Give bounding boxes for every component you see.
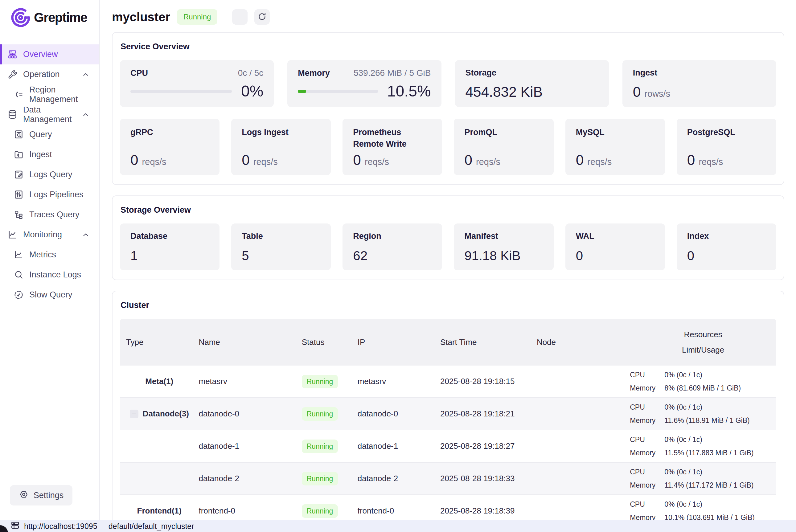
traces-query-icon <box>14 210 24 220</box>
status-badge: Running <box>302 407 338 421</box>
cpu-resource-label: CPU <box>630 500 664 509</box>
settings-label: Settings <box>34 491 64 500</box>
row-resources: CPU0% (0c / 1c) Memory10.1% (103.691 MiB… <box>630 500 776 522</box>
service-stat-cards: CPU 0c / 5c 0% Memory 539.266 MiB / 5 Gi… <box>120 60 776 107</box>
service-overview-panel: Service Overview CPU 0c / 5c 0% Memory <box>112 32 784 185</box>
row-name: datanode-1 <box>198 441 302 451</box>
index-label: Index <box>687 231 766 241</box>
cluster-panel: Cluster Type Name Status IP Start Time N… <box>112 291 784 532</box>
row-ip: datanode-1 <box>358 441 440 451</box>
manifest-value: 91.18 KiB <box>464 249 543 262</box>
row-name: frontend-0 <box>198 506 302 516</box>
service-overview-title: Service Overview <box>120 42 776 52</box>
cpu-resource-label: CPU <box>630 468 664 476</box>
page-title: mycluster <box>112 10 170 24</box>
memory-resource-label: Memory <box>630 384 664 392</box>
storage-overview-title: Storage Overview <box>120 205 776 215</box>
row-start-time: 2025-08-28 19:18:27 <box>440 441 537 451</box>
cpu-resource-label: CPU <box>630 371 664 379</box>
status-badge: Running <box>302 504 338 518</box>
sidebar-item-region-management[interactable]: Region Management <box>0 84 99 104</box>
row-type: Datanode(3) <box>120 409 198 419</box>
current-database[interactable]: default/default_mycluster <box>109 522 194 531</box>
refresh-button[interactable] <box>254 9 270 25</box>
sidebar-item-logs-pipelines[interactable]: Logs Pipelines <box>0 185 99 205</box>
row-start-time: 2025-08-28 19:18:33 <box>440 474 537 483</box>
limit-usage-header-label: Limit/Usage <box>682 345 724 355</box>
memory-resource-label: Memory <box>630 416 664 425</box>
row-resources: CPU0% (0c / 1c) Memory8% (81.609 MiB / 1… <box>630 371 776 392</box>
index-card: Index 0 <box>677 224 776 270</box>
table-row-meta: Meta(1) metasrv Running metasrv 2025-08-… <box>120 365 776 398</box>
blank-action-button[interactable] <box>232 9 248 25</box>
sidebar-item-slow-query[interactable]: Slow Query <box>0 285 99 305</box>
status-badge: Running <box>302 439 338 453</box>
sidebar-item-metrics[interactable]: Metrics <box>0 245 99 265</box>
row-type-label: Datanode(3) <box>143 409 189 419</box>
memory-resource-value: 11.4% (117.172 MiB / 1 GiB) <box>664 481 754 490</box>
cpu-percent: 0% <box>241 83 263 99</box>
sidebar-item-label: Instance Logs <box>29 270 81 280</box>
database-card: Database 1 <box>120 224 220 270</box>
cpu-resource-value: 0% (0c / 1c) <box>664 436 702 444</box>
table-row-datanode-0: Datanode(3) datanode-0 Running datanode-… <box>120 398 776 430</box>
slow-query-icon <box>14 290 24 300</box>
server-endpoint[interactable]: http://localhost:19095 <box>11 520 97 532</box>
collapse-datanode-button[interactable] <box>130 410 138 418</box>
cpu-progress-bar <box>130 90 232 93</box>
sidebar-item-instance-logs[interactable]: Instance Logs <box>0 265 99 285</box>
ingest-icon <box>14 150 24 160</box>
cpu-resource-value: 0% (0c / 1c) <box>664 371 702 379</box>
sidebar-section-monitoring[interactable]: Monitoring <box>0 225 99 245</box>
postgresql-label: PostgreSQL <box>687 127 766 138</box>
sidebar-item-label: Traces Query <box>29 210 79 220</box>
row-ip: metasrv <box>358 377 440 386</box>
sidebar-item-ingest[interactable]: Ingest <box>0 145 99 165</box>
memory-resource-value: 8% (81.609 MiB / 1 GiB) <box>664 384 741 392</box>
chevron-up-icon[interactable] <box>82 71 90 79</box>
overview-icon <box>7 49 18 59</box>
memory-resource-value: 11.5% (117.883 MiB / 1 GiB) <box>664 449 754 457</box>
sidebar-item-traces-query[interactable]: Traces Query <box>0 205 99 225</box>
sidebar-item-overview[interactable]: Overview <box>0 44 99 64</box>
column-header-name: Name <box>198 319 302 365</box>
row-resources: CPU0% (0c / 1c) Memory11.5% (117.883 MiB… <box>630 436 776 457</box>
row-status: Running <box>302 409 358 419</box>
instance-logs-icon <box>14 270 24 280</box>
cpu-resource-label: CPU <box>630 403 664 412</box>
sidebar-item-logs-query[interactable]: Logs Query <box>0 165 99 185</box>
row-type: Meta(1) <box>120 377 198 386</box>
protocol-cards: gRPC 0 reqs/s Logs Ingest 0 reqs/s Prome… <box>120 119 776 175</box>
sidebar-item-label: Ingest <box>29 150 52 159</box>
cpu-resource-value: 0% (0c / 1c) <box>664 403 702 412</box>
mysql-value: 0 <box>576 153 584 167</box>
grpc-value: 0 <box>130 153 138 167</box>
sidebar-section-data-management[interactable]: Data Management <box>0 104 99 125</box>
wrench-icon <box>7 69 18 79</box>
sidebar-section-operation[interactable]: Operation <box>0 64 99 84</box>
mysql-label: MySQL <box>576 127 655 138</box>
sidebar-item-query[interactable]: Query <box>0 125 99 145</box>
sidebar-item-label: Query <box>29 130 52 139</box>
cluster-status-badge: Running <box>177 9 217 25</box>
cluster-table: Type Name Status IP Start Time Node Reso… <box>120 319 776 527</box>
grpc-label: gRPC <box>130 127 209 138</box>
row-status: Running <box>302 506 358 516</box>
status-bar: http://localhost:19095 default/default_m… <box>0 520 796 532</box>
settings-button[interactable]: Settings <box>10 485 73 506</box>
brand-name: Greptime <box>34 10 87 25</box>
sidebar-section-label: Data Management <box>23 105 76 124</box>
logs-query-icon <box>14 170 24 180</box>
table-row-datanode-1: datanode-1 Running datanode-1 2025-08-28… <box>120 430 776 463</box>
cpu-limit: 0c / 5c <box>238 68 263 78</box>
prometheus-remote-write-card: Prometheus Remote Write 0 reqs/s <box>342 119 442 175</box>
chevron-up-icon[interactable] <box>82 111 90 119</box>
sidebar-section-label: Operation <box>23 70 60 79</box>
prometheus-remote-write-label: Prometheus Remote Write <box>353 127 432 150</box>
sidebar-item-label: Region Management <box>29 85 99 104</box>
mysql-unit: reqs/s <box>587 157 612 167</box>
memory-resource-label: Memory <box>630 449 664 457</box>
chevron-up-icon[interactable] <box>82 231 90 239</box>
row-status: Running <box>302 441 358 451</box>
postgresql-value: 0 <box>687 153 695 167</box>
